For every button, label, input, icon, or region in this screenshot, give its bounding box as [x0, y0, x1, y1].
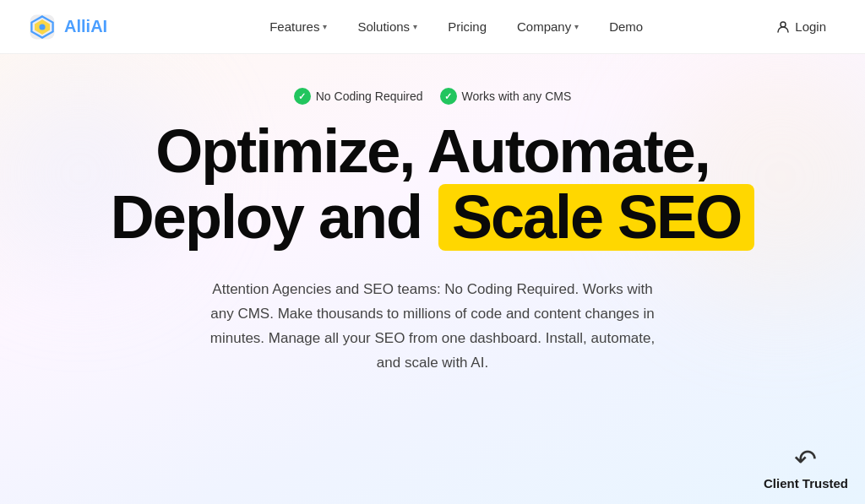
logo-alli: Alli: [64, 17, 90, 35]
client-trusted-section: ↷ Client Trusted: [747, 432, 865, 504]
logo-ai: AI: [90, 17, 107, 35]
nav-company[interactable]: Company ▾: [505, 13, 590, 41]
user-icon: [776, 20, 790, 34]
logo-icon: [27, 12, 57, 42]
client-trusted-label: Client Trusted: [764, 476, 848, 490]
hero-badges: ✓ No Coding Required ✓ Works with any CM…: [294, 88, 572, 105]
hero-description: Attention Agencies and SEO teams: No Cod…: [204, 278, 661, 376]
nav-pricing[interactable]: Pricing: [436, 13, 498, 41]
chevron-down-icon: ▾: [323, 22, 327, 31]
headline-highlight: Scale SEO: [438, 184, 754, 252]
headline-line-1: Optimize, Automate,: [111, 120, 754, 184]
headline-line-2: Deploy and Scale SEO: [111, 184, 754, 252]
badge-works-cms: ✓ Works with any CMS: [440, 88, 572, 105]
check-icon-2: ✓: [440, 88, 457, 105]
chevron-down-icon: ▾: [574, 22, 579, 31]
nav-solutions[interactable]: Solutions ▾: [345, 13, 429, 41]
navbar: AlliAI Features ▾ Solutions ▾ Pricing Co…: [0, 0, 865, 54]
logo[interactable]: AlliAI: [27, 12, 107, 42]
chevron-down-icon: ▾: [413, 22, 417, 31]
check-icon-1: ✓: [294, 88, 311, 105]
arrow-curve-icon: ↷: [794, 446, 817, 473]
nav-demo[interactable]: Demo: [597, 13, 655, 41]
badge-no-coding: ✓ No Coding Required: [294, 88, 423, 105]
svg-point-3: [39, 24, 45, 30]
hero-section: ✓ No Coding Required ✓ Works with any CM…: [0, 54, 865, 393]
login-button[interactable]: Login: [764, 13, 838, 41]
nav-features[interactable]: Features ▾: [258, 13, 339, 41]
hero-headline: Optimize, Automate, Deploy and Scale SEO: [111, 120, 754, 251]
nav-links: Features ▾ Solutions ▾ Pricing Company ▾…: [148, 13, 764, 41]
svg-point-4: [781, 22, 786, 27]
